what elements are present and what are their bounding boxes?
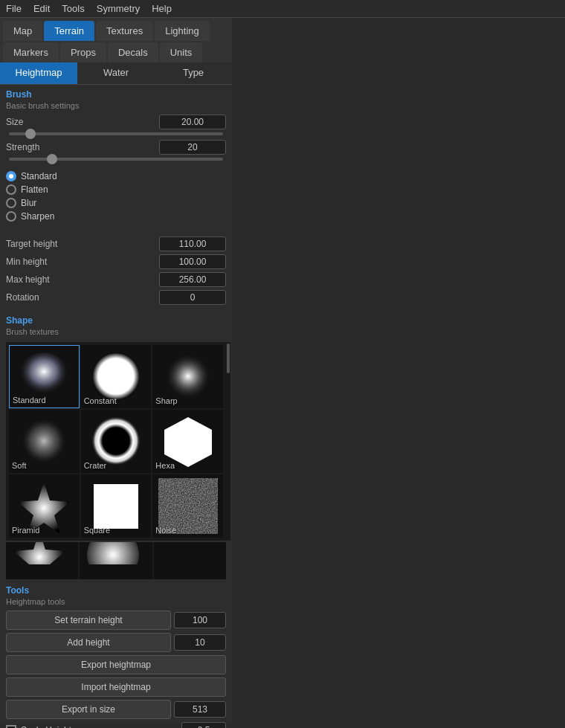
extra-brush-1[interactable] xyxy=(6,542,78,579)
size-label: Size xyxy=(6,117,159,127)
export-heightmap-button[interactable]: Export heightmap xyxy=(6,655,226,674)
sub-tab-type[interactable]: Type xyxy=(155,62,232,84)
strength-slider-row[interactable] xyxy=(6,158,226,161)
import-heightmap-button[interactable]: Import heightmap xyxy=(6,677,226,697)
strength-input[interactable] xyxy=(159,140,226,155)
size-row: Size xyxy=(6,115,226,129)
radio-sharpen-label: Sharpen xyxy=(21,211,54,222)
radio-standard-circle xyxy=(6,171,16,181)
shape-title: Shape xyxy=(6,315,226,326)
tab-lighting[interactable]: Lighting xyxy=(155,21,210,41)
left-panel: Map Terrain Textures Lighting Markers Pr… xyxy=(0,18,232,724)
tab-row-1: Map Terrain Textures Lighting xyxy=(0,18,232,41)
tab-map[interactable]: Map xyxy=(3,21,42,41)
tab-props[interactable]: Props xyxy=(60,42,106,62)
strength-slider[interactable] xyxy=(9,158,223,161)
tab-units[interactable]: Units xyxy=(160,42,203,62)
brush-hexa[interactable]: Hexa xyxy=(152,410,223,473)
size-slider-thumb[interactable] xyxy=(25,129,36,139)
tab-terrain[interactable]: Terrain xyxy=(44,21,94,41)
radio-flatten-label: Flatten xyxy=(21,184,48,195)
size-slider-row[interactable] xyxy=(6,132,226,135)
min-height-input[interactable] xyxy=(159,254,226,269)
max-height-label: Max height xyxy=(6,274,159,285)
svg-marker-5 xyxy=(164,417,212,467)
radio-blur[interactable]: Blur xyxy=(6,198,226,208)
set-terrain-height-button[interactable]: Set terrain height xyxy=(6,611,171,630)
brush-hexa-label: Hexa xyxy=(155,461,175,470)
brush-title: Brush xyxy=(6,89,226,100)
export-in-size-row: Export in size xyxy=(6,700,226,719)
extra-brush-1-svg xyxy=(6,542,73,564)
brush-crater-label: Crater xyxy=(84,461,107,470)
brush-square-label: Square xyxy=(84,526,110,535)
shape-section: Shape Brush textures xyxy=(0,311,232,342)
tools-section: Tools Heightmap tools Set terrain height… xyxy=(0,582,232,728)
target-height-input[interactable] xyxy=(159,236,226,251)
brush-soft[interactable]: Soft xyxy=(9,410,80,473)
add-height-button[interactable]: Add height xyxy=(6,633,171,652)
brush-standard-label: Standard xyxy=(13,396,46,405)
brush-sharp[interactable]: Sharp xyxy=(152,345,223,408)
tab-row-2: Markers Props Decals Units xyxy=(0,41,232,62)
svg-marker-10 xyxy=(13,542,65,564)
svg-rect-7 xyxy=(94,484,138,529)
brush-subtitle: Basic brush settings xyxy=(6,101,226,110)
add-height-input[interactable] xyxy=(174,634,226,651)
menu-file[interactable]: File xyxy=(6,3,22,14)
radio-blur-circle xyxy=(6,198,16,208)
size-slider[interactable] xyxy=(9,132,223,135)
scroll-bar[interactable] xyxy=(226,342,230,541)
scale-height-label: Scale Height xyxy=(21,725,71,728)
min-height-row: Min height xyxy=(6,254,226,269)
tab-textures[interactable]: Textures xyxy=(96,21,153,41)
brush-constant-label: Constant xyxy=(84,396,117,405)
max-height-row: Max height xyxy=(6,272,226,287)
menu-symmetry[interactable]: Symmetry xyxy=(97,3,141,14)
scale-height-checkbox[interactable] xyxy=(6,725,16,728)
extra-brush-2[interactable] xyxy=(80,542,152,579)
strength-slider-thumb[interactable] xyxy=(47,154,57,164)
export-in-size-button[interactable]: Export in size xyxy=(6,700,171,719)
size-input[interactable] xyxy=(159,115,226,129)
radio-flatten[interactable]: Flatten xyxy=(6,184,226,195)
brush-section: Brush Basic brush settings Size Strength xyxy=(0,85,232,168)
menu-tools[interactable]: Tools xyxy=(62,3,84,14)
min-height-label: Min height xyxy=(6,257,159,267)
extra-brush-3[interactable] xyxy=(154,542,226,579)
svg-point-2 xyxy=(164,352,212,400)
rotation-input[interactable] xyxy=(159,290,226,305)
svg-point-1 xyxy=(92,352,140,400)
set-terrain-height-input[interactable] xyxy=(174,612,226,628)
set-terrain-height-row: Set terrain height xyxy=(6,611,226,630)
height-fields-section: Target height Min height Max height Rota… xyxy=(0,233,232,311)
menu-edit[interactable]: Edit xyxy=(33,3,50,14)
scale-height-row: Scale Height xyxy=(6,722,226,728)
sub-tab-water[interactable]: Water xyxy=(77,62,155,84)
brush-mode-group: Standard Flatten Blur Sharpen xyxy=(0,168,232,228)
scale-height-input[interactable] xyxy=(181,722,226,728)
radio-standard[interactable]: Standard xyxy=(6,171,226,181)
export-in-size-input[interactable] xyxy=(174,701,226,718)
extra-brush-2-svg xyxy=(80,542,146,564)
brush-crater[interactable]: Crater xyxy=(81,410,152,473)
strength-row: Strength xyxy=(6,140,226,155)
menubar: File Edit Tools Symmetry Help xyxy=(0,0,565,18)
tools-title: Tools xyxy=(6,585,226,596)
tab-decals[interactable]: Decals xyxy=(108,42,158,62)
brush-standard[interactable]: Standard xyxy=(9,345,80,408)
radio-sharpen[interactable]: Sharpen xyxy=(6,211,226,222)
extra-brushes-row xyxy=(6,542,226,579)
brush-noise-label: Noise xyxy=(155,526,176,535)
tab-markers[interactable]: Markers xyxy=(3,42,59,62)
max-height-input[interactable] xyxy=(159,272,226,287)
radio-blur-label: Blur xyxy=(21,198,36,208)
brush-constant[interactable]: Constant xyxy=(81,345,152,408)
brush-piramid[interactable]: Piramid xyxy=(9,474,80,538)
menu-help[interactable]: Help xyxy=(152,3,172,14)
radio-sharpen-circle xyxy=(6,211,16,222)
shape-grid-wrapper: Standard xyxy=(6,342,226,541)
brush-square[interactable]: Square xyxy=(81,474,152,538)
sub-tab-heightmap[interactable]: Heightmap xyxy=(0,62,77,84)
brush-noise[interactable]: Noise xyxy=(152,474,223,538)
